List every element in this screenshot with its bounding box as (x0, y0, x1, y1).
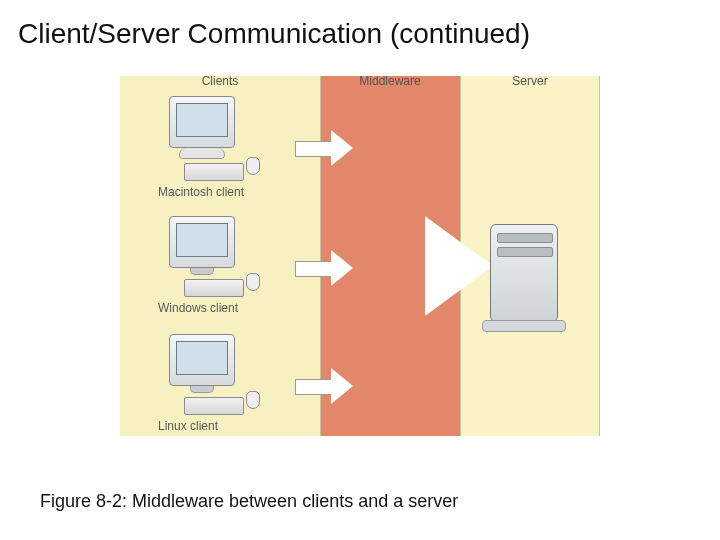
keyboard-icon (184, 397, 244, 415)
figure-caption: Figure 8-2: Middleware between clients a… (40, 491, 458, 512)
slide: Client/Server Communication (continued) … (0, 0, 720, 540)
mouse-icon (246, 391, 260, 409)
server-base (482, 320, 566, 332)
keyboard-icon (184, 163, 244, 181)
client-label: Linux client (158, 419, 262, 433)
client-linux: Linux client (142, 334, 262, 433)
monitor-icon (169, 216, 235, 268)
client-mac: Macintosh client (142, 96, 262, 199)
monitor-icon (169, 96, 235, 148)
server-icon (490, 224, 558, 322)
mouse-icon (246, 157, 260, 175)
client-windows: Windows client (142, 216, 262, 315)
arrow-client-to-middleware (295, 130, 355, 166)
monitor-icon (169, 334, 235, 386)
mouse-icon (246, 273, 260, 291)
arrow-client-to-middleware (295, 368, 355, 404)
server-header: Server (460, 74, 600, 88)
client-label: Macintosh client (158, 185, 262, 199)
middleware-header: Middleware (320, 74, 460, 88)
client-label: Windows client (158, 301, 262, 315)
arrow-client-to-middleware (295, 250, 355, 286)
keyboard-icon (184, 279, 244, 297)
page-title: Client/Server Communication (continued) (0, 0, 720, 58)
clients-header: Clients (120, 74, 320, 88)
col-divider (599, 76, 600, 436)
diagram: Clients Middleware Server Macintosh clie… (120, 76, 600, 466)
